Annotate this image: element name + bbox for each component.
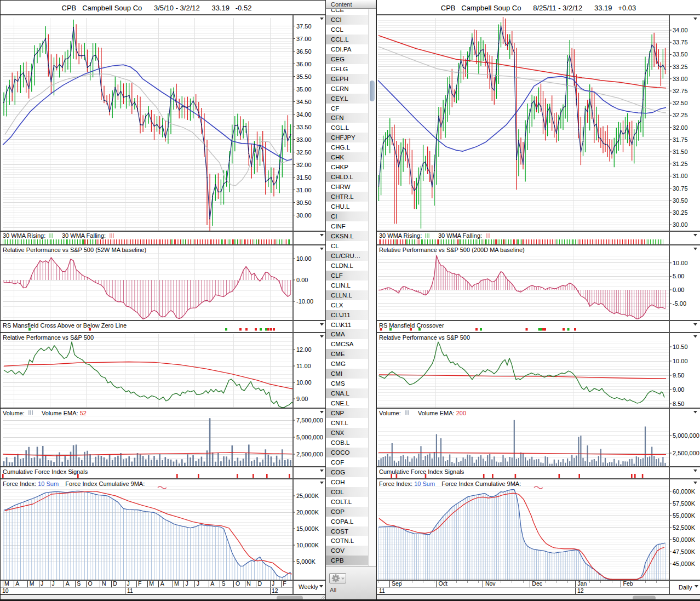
svg-text:A: A: [66, 580, 70, 587]
svg-text:J: J: [51, 580, 54, 587]
svg-text:Daily: Daily: [679, 584, 692, 591]
svg-text:25,000K: 25,000K: [296, 493, 319, 499]
svg-text:30 WMA Rising:: 30 WMA Rising:: [379, 232, 422, 239]
svg-text:50,000K: 50,000K: [673, 536, 696, 543]
svg-text:J: J: [272, 580, 274, 587]
svg-text:31.50: 31.50: [296, 174, 312, 181]
svg-text:45,000K: 45,000K: [673, 560, 696, 567]
svg-text:33.75: 33.75: [673, 39, 688, 45]
svg-text:Force Index: 10 Sum Force I: Force Index: 10 Sum Force Index Cumulati…: [3, 480, 145, 487]
svg-text:32.25: 32.25: [673, 112, 688, 118]
svg-text:33.50: 33.50: [296, 124, 312, 130]
svg-text:52,500K: 52,500K: [673, 524, 696, 531]
svg-text:Feb: Feb: [623, 580, 633, 587]
svg-text:Oct: Oct: [439, 580, 447, 587]
svg-text:12: 12: [577, 587, 584, 594]
svg-text:RS Mansfield Crossover: RS Mansfield Crossover: [379, 322, 444, 329]
svg-text:5.00: 5.00: [673, 273, 684, 279]
svg-text:Volume EMA: 200: Volume EMA: 200: [418, 410, 466, 416]
svg-text:8.50: 8.50: [673, 400, 684, 407]
svg-text:Jan: Jan: [577, 580, 587, 587]
svg-text:Relative Performance vs S&P 50: Relative Performance vs S&P 500: [379, 334, 470, 341]
svg-text:A: A: [15, 580, 19, 587]
svg-text:12: 12: [272, 587, 278, 594]
svg-text:35.00: 35.00: [296, 86, 312, 93]
svg-text:0.00: 0.00: [673, 287, 684, 293]
svg-text:F: F: [138, 580, 141, 587]
svg-text:A: A: [160, 580, 164, 587]
svg-text:0.00: 0.00: [296, 277, 308, 283]
svg-text:Relative Performance vs S&P 50: Relative Performance vs S&P 500: [3, 334, 94, 341]
svg-text:J: J: [41, 580, 43, 587]
svg-text:CPB Campbell Soup Co 8/: CPB Campbell Soup Co 8/25/11 - 3/2/12 33…: [441, 4, 636, 12]
svg-text:31.00: 31.00: [296, 187, 312, 193]
svg-text:10.00: 10.00: [673, 260, 688, 266]
svg-text:D: D: [258, 580, 262, 587]
svg-text:33.00: 33.00: [296, 136, 312, 143]
svg-text:M: M: [174, 580, 179, 587]
svg-text:32.75: 32.75: [673, 88, 688, 94]
svg-text:30 WMA Rising:: 30 WMA Rising:: [3, 232, 45, 239]
svg-text:J: J: [127, 580, 130, 587]
svg-text:5,000,000: 5,000,000: [673, 432, 699, 439]
svg-text:37.00: 37.00: [296, 36, 312, 42]
svg-text:36.00: 36.00: [296, 61, 312, 67]
svg-text:Volume EMA: 52: Volume EMA: 52: [42, 410, 87, 416]
svg-text:5,000,000: 5,000,000: [296, 434, 323, 440]
svg-text:34.00: 34.00: [296, 111, 312, 118]
svg-text:9.50: 9.50: [673, 372, 684, 379]
svg-text:M: M: [149, 580, 154, 587]
svg-text:30.00: 30.00: [673, 221, 688, 228]
svg-text:Cumulative Force Index Signals: Cumulative Force Index Signals: [3, 468, 88, 475]
svg-text:11.00: 11.00: [296, 363, 311, 369]
svg-text:7,500,000: 7,500,000: [296, 417, 323, 423]
svg-text:S: S: [77, 580, 81, 587]
svg-text:N: N: [102, 580, 106, 587]
svg-text:9.00: 9.00: [296, 396, 308, 402]
svg-text:Dec: Dec: [532, 580, 542, 587]
svg-text:-5.00: -5.00: [673, 300, 686, 307]
svg-text:55,000K: 55,000K: [673, 512, 696, 519]
svg-text:O: O: [236, 580, 240, 587]
svg-text:5,000K: 5,000K: [296, 558, 316, 565]
svg-text:15,000K: 15,000K: [296, 525, 319, 532]
svg-text:M: M: [4, 580, 9, 587]
svg-text:J: J: [197, 580, 199, 587]
svg-text:11: 11: [379, 587, 385, 594]
svg-text:N: N: [246, 580, 251, 587]
svg-text:34.00: 34.00: [673, 27, 688, 33]
svg-text:33.00: 33.00: [673, 76, 688, 82]
svg-text:34.50: 34.50: [296, 99, 312, 105]
svg-text:10.50: 10.50: [673, 344, 688, 350]
svg-text:-10.00: -10.00: [296, 298, 313, 305]
svg-text:33.25: 33.25: [673, 64, 688, 70]
svg-text:A: A: [210, 580, 214, 587]
svg-text:S: S: [222, 580, 226, 587]
svg-text:32.50: 32.50: [673, 100, 688, 106]
svg-text:10,000K: 10,000K: [296, 542, 319, 548]
svg-text:O: O: [88, 580, 93, 587]
svg-text:32.00: 32.00: [673, 124, 688, 131]
svg-text:10.00: 10.00: [296, 255, 312, 262]
svg-text:35.50: 35.50: [296, 73, 312, 80]
svg-text:30 WMA Falling:: 30 WMA Falling:: [438, 232, 482, 239]
svg-text:Relative Performance vs S&P 50: Relative Performance vs S&P 500 (200D MA…: [379, 247, 525, 253]
svg-text:10.00: 10.00: [296, 379, 312, 386]
svg-text:10.00: 10.00: [673, 358, 688, 364]
svg-text:30.00: 30.00: [296, 212, 312, 219]
svg-text:Volume:: Volume:: [379, 410, 401, 416]
svg-text:20,000K: 20,000K: [296, 509, 319, 516]
svg-text:D: D: [113, 580, 117, 587]
svg-text:F: F: [283, 580, 286, 587]
svg-text:47,500K: 47,500K: [673, 548, 696, 555]
svg-text:2,500,000: 2,500,000: [296, 451, 323, 457]
svg-text:30.50: 30.50: [673, 197, 688, 204]
svg-text:30.25: 30.25: [673, 209, 688, 216]
svg-text:RS Mansfield Cross Above or Be: RS Mansfield Cross Above or Below Zero L…: [3, 322, 127, 329]
svg-text:32.50: 32.50: [296, 149, 312, 156]
svg-text:9.00: 9.00: [673, 386, 684, 393]
svg-text:J: J: [185, 580, 188, 587]
svg-text:Force Index: 10 Sum Force I: Force Index: 10 Sum Force Index Cumulati…: [379, 480, 521, 487]
svg-text:Nov: Nov: [485, 580, 496, 587]
svg-text:31.75: 31.75: [673, 136, 688, 143]
